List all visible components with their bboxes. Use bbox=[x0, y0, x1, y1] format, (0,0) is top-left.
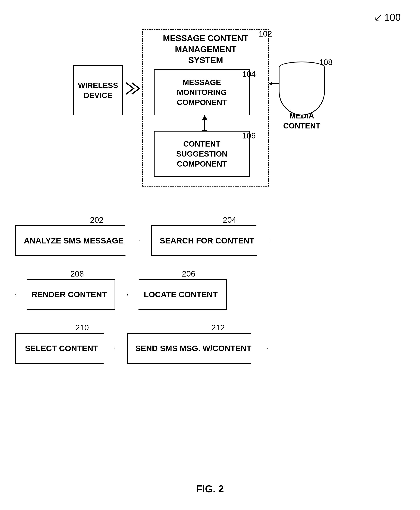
csc-box: CONTENTSUGGESTIONCOMPONENT bbox=[154, 131, 250, 177]
step-208-label: RENDER CONTENT bbox=[31, 290, 107, 299]
ref-202: 202 bbox=[90, 215, 103, 225]
wireless-device-box: WIRELESSDEVICE bbox=[73, 65, 123, 115]
cylinder-top-cover bbox=[279, 67, 324, 73]
cylinder-shape bbox=[279, 61, 325, 99]
step-210-arrow: SELECT CONTENT bbox=[15, 333, 115, 364]
ref-100: 100 bbox=[374, 12, 401, 23]
step-210-label: SELECT CONTENT bbox=[25, 344, 98, 353]
step-208-wrapper: 208 RENDER CONTENT bbox=[15, 269, 115, 310]
ref-204: 204 bbox=[223, 215, 236, 225]
step-202-arrow: ANALYZE SMS MESSAGE bbox=[15, 225, 140, 256]
multimedia-container: MULTI-MEDIACONTENT bbox=[277, 61, 327, 131]
system-diagram: WIRELESSDEVICE MESSAGE CONTENTMANAGEMENT… bbox=[73, 23, 285, 196]
svg-marker-4 bbox=[269, 82, 272, 86]
step-206-label: LOCATE CONTENT bbox=[144, 290, 218, 299]
step-212-arrow: SEND SMS MSG. W/CONTENT bbox=[127, 333, 268, 364]
svg-marker-2 bbox=[202, 115, 208, 120]
step-204-wrapper: 204 SEARCH FOR CONTENT bbox=[151, 215, 270, 256]
ref-208: 208 bbox=[70, 269, 84, 278]
step-204-arrow: SEARCH FOR CONTENT bbox=[151, 225, 270, 256]
csc-label: CONTENTSUGGESTIONCOMPONENT bbox=[176, 139, 228, 169]
step-204-label: SEARCH FOR CONTENT bbox=[160, 236, 254, 246]
step-206-wrapper: 206 LOCATE CONTENT bbox=[127, 269, 227, 310]
cylinder-body bbox=[279, 67, 325, 115]
ref-102: 102 bbox=[259, 29, 272, 38]
ref-206: 206 bbox=[182, 269, 195, 278]
step-212-label: SEND SMS MSG. W/CONTENT bbox=[135, 344, 251, 353]
ref-210: 210 bbox=[75, 323, 89, 332]
mmc-label: MESSAGEMONITORINGCOMPONENT bbox=[177, 77, 227, 107]
wireless-device-label: WIRELESSDEVICE bbox=[78, 80, 118, 100]
fig-caption: FIG. 2 bbox=[196, 483, 224, 495]
flow-row-2: 208 RENDER CONTENT 206 LOCATE CONTENT bbox=[15, 269, 227, 310]
flow-row-3: 210 SELECT CONTENT 212 SEND SMS MSG. W/C… bbox=[15, 323, 268, 364]
signal-icon bbox=[122, 81, 145, 96]
step-202-label: ANALYZE SMS MESSAGE bbox=[24, 236, 124, 246]
ref-106: 106 bbox=[242, 131, 256, 140]
flow-row-1: 202 ANALYZE SMS MESSAGE 204 SEARCH FOR C… bbox=[15, 215, 270, 256]
step-210-wrapper: 210 SELECT CONTENT bbox=[15, 323, 115, 364]
step-208-arrow: RENDER CONTENT bbox=[15, 279, 115, 310]
page-container: 100 WIRELESSDEVICE MESSAGE CONTENTMANAGE… bbox=[0, 0, 420, 510]
step-202-wrapper: 202 ANALYZE SMS MESSAGE bbox=[15, 215, 140, 256]
step-206-arrow: LOCATE CONTENT bbox=[127, 279, 227, 310]
ref-212: 212 bbox=[211, 323, 225, 332]
step-212-wrapper: 212 SEND SMS MSG. W/CONTENT bbox=[127, 323, 268, 364]
mmc-box: MESSAGEMONITORINGCOMPONENT bbox=[154, 69, 250, 115]
ref-104: 104 bbox=[242, 70, 256, 79]
mcms-title: MESSAGE CONTENTMANAGEMENTSYSTEM bbox=[146, 33, 265, 66]
